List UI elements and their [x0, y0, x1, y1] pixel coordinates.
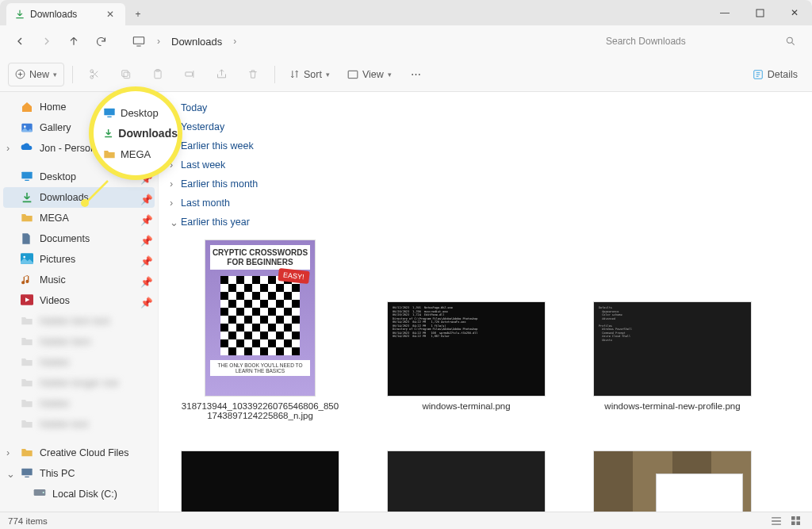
sidebar-item-hidden[interactable]: hidden text [3, 414, 155, 435]
videos-icon [21, 294, 33, 307]
view-button[interactable]: View ▾ [341, 63, 398, 86]
sidebar-item-videos[interactable]: Videos 📌 [3, 290, 155, 311]
file-item[interactable] [181, 450, 339, 512]
file-item[interactable]: CRYPTIC CROSSWORDS FOR BEGINNERS EASY! T… [181, 240, 339, 420]
svg-rect-29 [104, 109, 114, 116]
cloud-icon [21, 142, 33, 155]
details-label: Details [768, 69, 798, 80]
sidebar-item-hidden[interactable]: hidden [3, 352, 155, 373]
cut-button[interactable] [81, 63, 108, 86]
sidebar-item-downloads[interactable]: Downloads 📌 [3, 187, 155, 208]
view-grid-button[interactable] [787, 514, 804, 528]
tab-downloads[interactable]: Downloads ✕ [6, 3, 125, 25]
sidebar-item-mega[interactable]: MEGA 📌 [3, 208, 155, 228]
group-last-week[interactable]: ›Last week [170, 155, 801, 174]
sidebar-item-documents[interactable]: Documents 📌 [3, 228, 155, 249]
status-count: 774 items [8, 516, 48, 526]
close-button[interactable]: ✕ [777, 0, 812, 25]
sidebar-item-music[interactable]: Music 📌 [3, 270, 155, 290]
sort-button[interactable]: Sort ▾ [283, 63, 336, 86]
group-label: Today [181, 102, 207, 113]
chevron-right-icon: › [6, 447, 16, 458]
book-title: CRYPTIC CROSSWORDS FOR BEGINNERS [210, 245, 310, 270]
sort-icon [289, 69, 300, 79]
tabs: Downloads ✕ + [0, 0, 149, 25]
share-button[interactable] [208, 63, 235, 86]
tab-close-icon[interactable]: ✕ [106, 9, 117, 20]
file-item[interactable]: 09/12/2023 1,391 NotesPage.WkZ.exe 09/20… [387, 301, 546, 420]
file-item[interactable] [387, 450, 546, 512]
sidebar-item-hidden[interactable]: hidden item [3, 332, 155, 352]
svg-rect-11 [348, 71, 358, 78]
chevron-down-icon: ▾ [388, 71, 392, 79]
view-list-button[interactable] [768, 514, 785, 528]
svg-rect-16 [25, 180, 29, 181]
rename-button[interactable] [176, 63, 203, 86]
book-subtitle: THE ONLY BOOK YOU'LL NEED TO LEARN THE B… [210, 360, 310, 376]
breadcrumb[interactable]: Downloads [167, 33, 227, 51]
group-earlier-month[interactable]: ›Earlier this month [170, 174, 801, 194]
svg-rect-20 [21, 469, 32, 476]
group-earlier-year[interactable]: ⌄Earlier this year [170, 213, 801, 232]
music-icon [21, 274, 33, 286]
sidebar-item-label: Videos [40, 295, 134, 306]
file-thumbnail: Defaults Appearance Color scheme Advance… [593, 301, 752, 397]
paste-button[interactable] [144, 63, 171, 86]
pin-icon: 📌 [140, 276, 148, 284]
annotation-callout: Desktop Downloads MEGA [94, 91, 178, 175]
desktop-icon [21, 171, 33, 183]
svg-point-23 [43, 492, 44, 493]
titlebar: Downloads ✕ + — ✕ [0, 0, 812, 25]
callout-row-desktop: Desktop [103, 102, 178, 123]
new-button[interactable]: New ▾ [8, 63, 64, 86]
svg-rect-26 [791, 521, 795, 525]
chevron-down-icon: ⌄ [6, 468, 16, 480]
desktop-icon [103, 107, 116, 118]
thumbnails: CRYPTIC CROSSWORDS FOR BEGINNERS EASY! T… [170, 232, 801, 512]
details-button[interactable]: Details [746, 63, 804, 86]
add-tab-button[interactable]: + [127, 3, 149, 25]
folder-icon [21, 315, 33, 328]
sidebar-item-hidden[interactable]: hidden [3, 393, 155, 414]
sidebar-item-pictures[interactable]: Pictures 📌 [3, 249, 155, 270]
group-label: Last week [181, 159, 225, 171]
sidebar-item-this-pc[interactable]: ⌄ This PC [3, 463, 155, 484]
refresh-button[interactable] [89, 29, 113, 53]
group-last-month[interactable]: ›Last month [170, 194, 801, 213]
annotation-line [86, 176, 114, 205]
file-item[interactable] [593, 450, 752, 512]
callout-label: Desktop [121, 107, 159, 119]
sidebar-item-creative-cloud[interactable]: › Creative Cloud Files [3, 443, 155, 463]
sidebar-item-local-disk[interactable]: Local Disk (C:) [3, 484, 155, 504]
copy-button[interactable] [113, 63, 140, 86]
delete-button[interactable] [239, 63, 266, 86]
more-button[interactable]: ⋯ [403, 63, 430, 86]
file-item[interactable]: Defaults Appearance Color scheme Advance… [593, 301, 752, 420]
folder-icon [21, 418, 33, 431]
search-input[interactable]: Search Downloads [598, 29, 804, 53]
svg-point-18 [23, 256, 25, 259]
group-earlier-week[interactable]: ›Earlier this week [170, 136, 801, 155]
pc-icon[interactable] [127, 29, 151, 53]
chevron-down-icon: ⌄ [170, 217, 178, 228]
forward-button[interactable] [35, 29, 59, 53]
group-yesterday[interactable]: ›Yesterday [170, 117, 801, 136]
back-button[interactable] [8, 29, 32, 53]
folder-icon [21, 212, 33, 224]
download-icon [21, 191, 33, 204]
sidebar-item-hidden[interactable]: hidden longer row [3, 373, 155, 393]
group-today[interactable]: ›Today [170, 98, 801, 117]
svg-point-14 [24, 125, 26, 128]
sort-label: Sort [304, 69, 322, 80]
minimize-button[interactable]: — [707, 0, 742, 25]
folder-icon [21, 377, 33, 389]
file-thumbnail: 09/12/2023 1,391 NotesPage.WkZ.exe 09/20… [387, 301, 546, 397]
sidebar-item-label: Pictures [40, 254, 134, 265]
maximize-button[interactable] [742, 0, 777, 25]
content: ›Today ›Yesterday ›Earlier this week ›La… [159, 92, 812, 512]
pin-icon: 📌 [140, 214, 148, 222]
sidebar-item-hidden[interactable]: hidden item text [3, 311, 155, 332]
svg-line-28 [87, 181, 108, 201]
home-icon [21, 101, 33, 113]
up-button[interactable] [62, 29, 86, 53]
